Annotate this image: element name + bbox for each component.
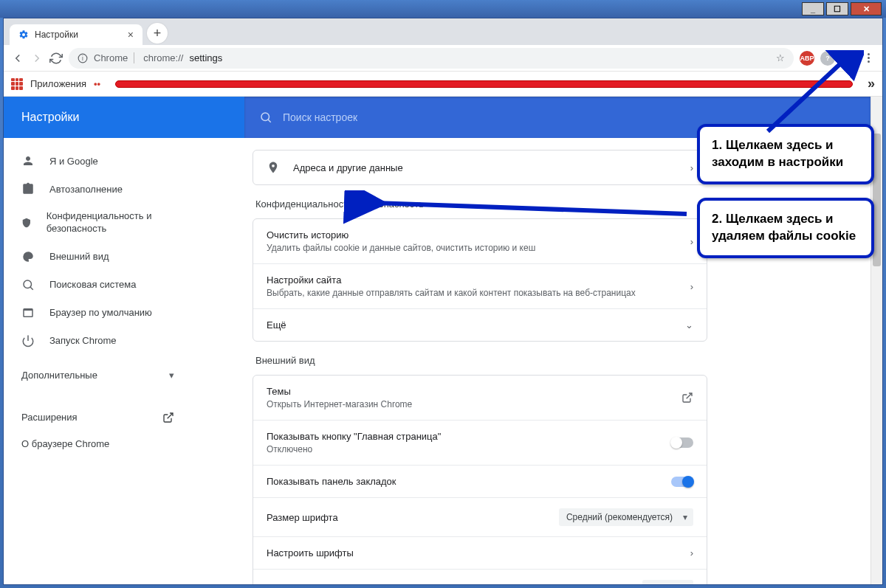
row-label: Адреса и другие данные: [293, 162, 690, 173]
sidebar-item-label: О браузере Chrome: [21, 438, 109, 449]
tab-close-icon[interactable]: ×: [128, 29, 134, 41]
bookmarks-bar-toggle[interactable]: [671, 477, 693, 487]
sidebar-item-label: Автозаполнение: [49, 184, 123, 195]
search-icon: [259, 111, 272, 124]
info-icon: i: [78, 53, 88, 63]
forward-button[interactable]: [30, 52, 44, 65]
row-privacy-more[interactable]: Ещё ⌄: [253, 309, 707, 341]
sidebar-item-label: Конфиденциальность и безопасность: [47, 210, 174, 235]
browser-toolbar: i Chrome chrome://settings ☆ ABP ?: [4, 45, 882, 72]
sidebar-item-privacy[interactable]: Конфиденциальность и безопасность: [4, 203, 192, 243]
row-themes[interactable]: Темы Открыть Интернет-магазин Chrome: [253, 376, 707, 421]
row-label: Показывать панель закладок: [267, 476, 671, 487]
reload-button[interactable]: [49, 52, 63, 65]
gear-icon: [18, 30, 29, 40]
row-sublabel: Отключено: [267, 444, 671, 454]
window-maximize-button[interactable]: ☐: [826, 2, 848, 15]
card-addresses: Адреса и другие данные ›: [253, 150, 707, 185]
card-privacy: Очистить историю Удалить файлы cookie и …: [253, 218, 707, 342]
palette-icon: [21, 250, 35, 263]
bookmark-overflow-button[interactable]: »: [868, 76, 875, 91]
settings-main: Адреса и другие данные › Конфиденциально…: [244, 97, 716, 584]
row-label: Очистить историю: [267, 229, 690, 241]
url-prefix: chrome://: [143, 52, 183, 63]
row-label: Ещё: [267, 319, 685, 331]
sidebar-item-default-browser[interactable]: Браузер по умолчанию: [4, 299, 192, 327]
row-sublabel: Выбрать, какие данные отправлять сайтам …: [267, 288, 690, 298]
page-zoom-dropdown[interactable]: 100%: [642, 580, 693, 584]
sidebar-about-link[interactable]: О браузере Chrome: [4, 431, 192, 457]
window-minimize-button[interactable]: _: [802, 2, 824, 15]
sidebar-item-label: Запуск Chrome: [49, 335, 117, 346]
settings-title: Настройки: [4, 97, 244, 138]
sidebar-advanced-toggle[interactable]: Дополнительные ▾: [4, 361, 192, 390]
sidebar-item-startup[interactable]: Запуск Chrome: [4, 327, 192, 355]
font-size-dropdown[interactable]: Средний (рекомендуется): [559, 508, 693, 526]
row-font-size[interactable]: Размер шрифта Средний (рекомендуется): [253, 498, 707, 537]
new-tab-button[interactable]: +: [147, 23, 168, 44]
search-icon: [21, 278, 35, 291]
chevron-down-icon: ⌄: [685, 319, 693, 331]
help-extension-icon[interactable]: ?: [820, 51, 835, 66]
row-addresses[interactable]: Адреса и другие данные ›: [253, 151, 707, 184]
sidebar-item-label: Внешний вид: [49, 251, 109, 262]
row-customize-fonts[interactable]: Настроить шрифты ›: [253, 537, 707, 570]
power-icon: [21, 334, 35, 347]
sidebar-item-search[interactable]: Поисковая система: [4, 271, 192, 299]
settings-search-input[interactable]: [283, 111, 856, 123]
sidebar-item-label: Расширения: [21, 412, 78, 423]
section-appearance-title: Внешний вид: [255, 355, 707, 366]
tab-settings[interactable]: Настройки ×: [10, 24, 142, 45]
row-page-zoom[interactable]: Масштабирование страницы 100%: [253, 570, 707, 584]
svg-point-2: [261, 113, 269, 121]
settings-sidebar: Я и Google Автозаполнение Конфиденциальн…: [4, 97, 192, 584]
tab-title: Настройки: [35, 30, 78, 40]
card-appearance: Темы Открыть Интернет-магазин Chrome Пок…: [253, 375, 707, 584]
window-icon: [21, 306, 35, 319]
tab-strip: Настройки × +: [4, 18, 882, 45]
section-privacy-title: Конфиденциальность и безопасность: [255, 198, 707, 210]
url-page: settings: [189, 52, 222, 63]
abp-extension-icon[interactable]: ABP: [800, 51, 814, 66]
back-button[interactable]: [11, 52, 24, 65]
apps-grid-icon[interactable]: [11, 78, 23, 90]
sidebar-item-label: Дополнительные: [21, 370, 97, 381]
bookmark-redacted: [115, 80, 853, 88]
profile-icon[interactable]: [841, 51, 856, 66]
annotation-callout-2: 2. Щелкаем здесь и удаляем файлы cookie: [697, 198, 874, 258]
row-label: Темы: [267, 386, 681, 397]
sidebar-item-you-google[interactable]: Я и Google: [4, 147, 192, 175]
browser-menu-button[interactable]: [862, 53, 875, 63]
bookmark-star-icon[interactable]: ☆: [776, 52, 785, 63]
bookmarks-bar: Приложения •• »: [4, 72, 882, 97]
row-label: Показывать кнопку "Главная страница": [267, 431, 671, 442]
row-home-button[interactable]: Показывать кнопку "Главная страница" Отк…: [253, 421, 707, 466]
sidebar-item-label: Поисковая система: [49, 279, 137, 290]
clipboard-icon: [21, 182, 35, 196]
open-external-icon: [681, 392, 693, 404]
sidebar-item-label: Браузер по умолчанию: [49, 307, 152, 318]
row-label: Настроить шрифты: [267, 547, 690, 558]
window-titlebar: _ ☐ ✕: [0, 0, 886, 18]
sidebar-item-appearance[interactable]: Внешний вид: [4, 243, 192, 271]
sidebar-item-label: Я и Google: [49, 156, 98, 167]
row-bookmarks-bar[interactable]: Показывать панель закладок: [253, 466, 707, 498]
row-label: Масштабирование страницы: [267, 584, 642, 585]
annotation-callout-1: 1. Щелкаем здесь и заходим в настройки: [697, 124, 874, 184]
apps-label[interactable]: Приложения: [30, 78, 86, 89]
sidebar-item-autofill[interactable]: Автозаполнение: [4, 175, 192, 203]
chevron-right-icon: ›: [690, 162, 693, 173]
row-sublabel: Открыть Интернет-магазин Chrome: [267, 399, 681, 409]
home-button-toggle[interactable]: [671, 437, 693, 448]
address-bar[interactable]: i Chrome chrome://settings ☆: [69, 48, 794, 69]
row-clear-history[interactable]: Очистить историю Удалить файлы cookie и …: [253, 219, 707, 264]
person-icon: [21, 154, 35, 167]
chevron-right-icon: ›: [690, 281, 693, 292]
sidebar-extensions-link[interactable]: Расширения: [4, 404, 192, 431]
browser-window: Настройки × + i Chrome chrome://settings…: [3, 18, 883, 585]
row-site-settings[interactable]: Настройки сайта Выбрать, какие данные от…: [253, 264, 707, 309]
url-origin-label: Chrome: [94, 52, 134, 63]
location-pin-icon: [267, 161, 280, 174]
window-close-button[interactable]: ✕: [851, 2, 882, 15]
svg-text:i: i: [82, 55, 83, 61]
